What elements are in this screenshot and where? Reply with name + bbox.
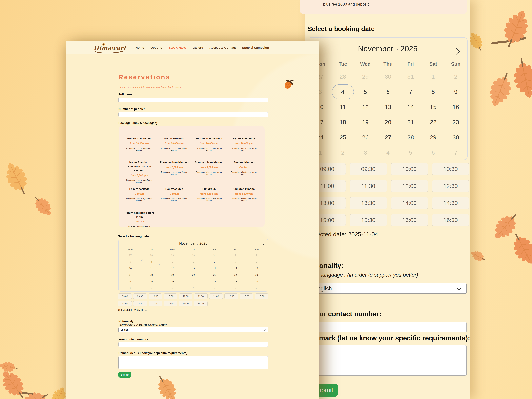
calendar-month[interactable]: November: [358, 44, 393, 53]
calendar-day[interactable]: 20: [377, 115, 399, 130]
calendar-year[interactable]: 2025: [199, 241, 207, 246]
calendar-day[interactable]: 28: [399, 130, 422, 145]
time-slot-button[interactable]: 11:30: [194, 293, 208, 299]
remark-textarea[interactable]: [300, 345, 467, 376]
calendar-day[interactable]: 18: [141, 272, 162, 278]
time-slot-button[interactable]: 10:00: [391, 163, 428, 175]
time-slot-button[interactable]: 10:00: [149, 293, 162, 299]
calendar-day[interactable]: 16: [246, 265, 267, 272]
calendar-day[interactable]: 13: [377, 100, 399, 115]
calendar-day[interactable]: 11: [332, 100, 354, 115]
time-slot-button[interactable]: 10:30: [164, 293, 177, 299]
package-card[interactable]: Fun groupfrom 4,500 yenResonable price t…: [193, 187, 225, 211]
package-card[interactable]: Return next day-before 11pmContactplus f…: [123, 211, 156, 228]
time-slot-button[interactable]: 16:30: [432, 214, 469, 226]
calendar-day[interactable]: 25: [332, 130, 354, 145]
himawari-logo[interactable]: Himawari: [93, 42, 126, 54]
time-slot-button[interactable]: 09:30: [133, 293, 147, 299]
time-slot-button[interactable]: 09:00: [118, 293, 132, 299]
time-slot-button[interactable]: 14:00: [118, 301, 132, 306]
calendar-day[interactable]: 15: [225, 265, 246, 272]
calendar-year[interactable]: 2025: [400, 44, 417, 53]
calendar-day[interactable]: 23: [444, 115, 467, 130]
package-card[interactable]: Family packageContactResonable price to …: [123, 187, 156, 211]
calendar-day[interactable]: 9: [444, 84, 467, 100]
calendar-day[interactable]: 15: [422, 100, 444, 115]
calendar-day[interactable]: 19: [162, 272, 183, 278]
calendar-day[interactable]: 6: [377, 84, 399, 100]
nav-item-home[interactable]: Home: [135, 46, 144, 50]
calendar-day[interactable]: 11: [141, 265, 162, 272]
calendar-day[interactable]: 7: [399, 84, 422, 100]
package-card[interactable]: Himawari Houmongifrom 20,000 yenResonabl…: [193, 137, 225, 160]
package-card[interactable]: Himawari Furisodefrom 30,000 yenResonabl…: [123, 137, 156, 160]
calendar-month-selector[interactable]: November2025: [119, 241, 268, 246]
calendar-day[interactable]: 18: [332, 115, 354, 130]
time-slot-button[interactable]: 14:30: [133, 301, 147, 306]
time-slot-button[interactable]: 15:30: [350, 214, 387, 226]
time-slot-button[interactable]: 10:30: [432, 163, 469, 175]
calendar-day[interactable]: 27: [183, 278, 204, 285]
nationality-select[interactable]: English: [300, 283, 467, 294]
nationality-select[interactable]: English: [119, 327, 268, 332]
calendar-day[interactable]: 22: [422, 115, 444, 130]
package-card[interactable]: Kyoto Houmongifrom 10,000 yenResonable p…: [228, 137, 260, 160]
nav-item-special-campaign[interactable]: Special Campaign: [242, 46, 269, 50]
calendar-day[interactable]: 6: [183, 259, 204, 265]
time-slot-button[interactable]: 11:30: [350, 180, 387, 192]
calendar-day[interactable]: 19: [354, 115, 377, 130]
full-name-input[interactable]: [119, 98, 268, 102]
time-slot-button[interactable]: 14:00: [391, 197, 428, 209]
calendar-month-selector[interactable]: November2025: [308, 44, 467, 53]
time-slot-button[interactable]: 15:30: [164, 301, 177, 306]
calendar-month[interactable]: November: [179, 241, 196, 246]
time-slot-button[interactable]: 12:00: [209, 293, 223, 299]
calendar-day[interactable]: 29: [422, 130, 444, 145]
contact-number-input[interactable]: [119, 342, 268, 347]
calendar-day[interactable]: 14: [204, 265, 225, 272]
calendar-day[interactable]: 20: [183, 272, 204, 278]
calendar-day[interactable]: 8: [225, 259, 246, 265]
calendar-day[interactable]: 21: [399, 115, 422, 130]
time-slot-button[interactable]: 16:30: [194, 301, 208, 306]
calendar-day[interactable]: 28: [204, 278, 225, 285]
calendar-day[interactable]: 25: [141, 278, 162, 285]
calendar-day[interactable]: 27: [377, 130, 399, 145]
calendar-day[interactable]: 23: [246, 272, 267, 278]
calendar-day-selected[interactable]: 4: [141, 259, 161, 265]
package-card[interactable]: Children kimonofrom 4,500 yenResonable p…: [228, 187, 260, 211]
nav-item-access-contact[interactable]: Access & Contact: [209, 46, 236, 50]
time-slot-button[interactable]: 15:00: [149, 301, 162, 306]
package-card[interactable]: Premium Men Kimonofrom 8,800 yenResonabl…: [158, 160, 190, 187]
people-count-input[interactable]: [119, 112, 268, 117]
calendar-day[interactable]: 9: [246, 259, 267, 265]
calendar-day[interactable]: 14: [399, 100, 422, 115]
time-slot-button[interactable]: 16:00: [179, 301, 192, 306]
time-slot-button[interactable]: 09:30: [350, 163, 387, 175]
calendar-day[interactable]: 7: [204, 259, 225, 265]
time-slot-button[interactable]: 16:00: [391, 214, 428, 226]
package-card[interactable]: Student KimonoContactResonable price to …: [228, 160, 260, 187]
package-card[interactable]: Happy coupleContactResonable price to tr…: [158, 187, 190, 211]
calendar-day[interactable]: 30: [246, 278, 267, 285]
calendar-day[interactable]: 8: [422, 84, 444, 100]
calendar-day[interactable]: 30: [444, 130, 467, 145]
nav-item-options[interactable]: Options: [150, 46, 162, 50]
calendar-day[interactable]: 21: [204, 272, 225, 278]
calendar-day[interactable]: 17: [120, 272, 141, 278]
calendar-day[interactable]: 5: [162, 259, 183, 265]
calendar-day[interactable]: 24: [120, 278, 141, 285]
time-slot-button[interactable]: 12:30: [432, 180, 469, 192]
time-slot-button[interactable]: 14:30: [432, 197, 469, 209]
calendar-day-selected[interactable]: 4: [332, 84, 354, 100]
calendar-day[interactable]: 29: [225, 278, 246, 285]
time-slot-button[interactable]: 11:00: [179, 293, 192, 299]
calendar-day[interactable]: 26: [354, 130, 377, 145]
nav-item-book-now[interactable]: BOOK NOW: [168, 46, 186, 50]
time-slot-button[interactable]: 13:30: [255, 293, 268, 299]
package-card[interactable]: Kyoto Standard Kimono (Lace and Komon)fr…: [123, 160, 156, 187]
time-slot-button[interactable]: 12:30: [224, 293, 238, 299]
time-slot-button[interactable]: 12:00: [391, 180, 428, 192]
calendar-day[interactable]: 13: [183, 265, 204, 272]
calendar-day[interactable]: 22: [225, 272, 246, 278]
